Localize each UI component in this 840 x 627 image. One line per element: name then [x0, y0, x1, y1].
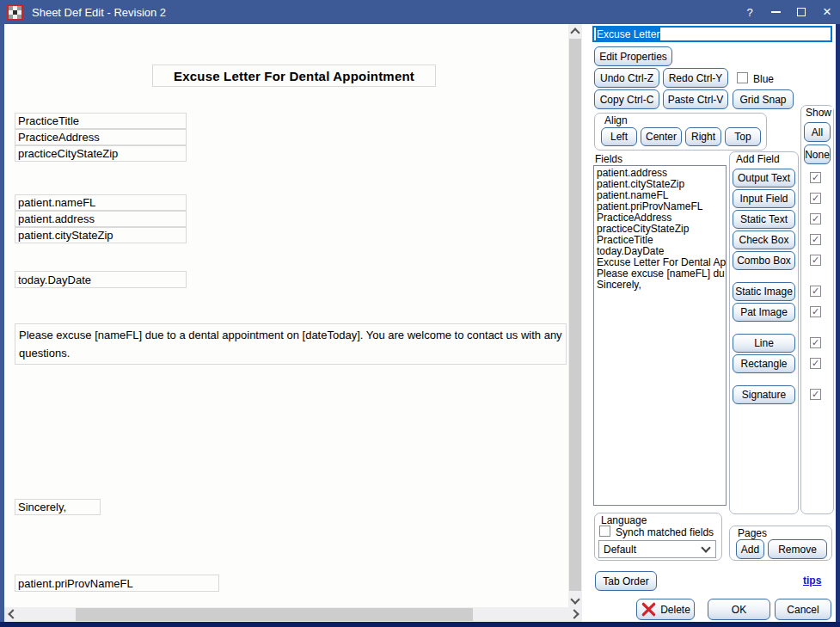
practice-city-state-zip-field[interactable]: practiceCityStateZip	[15, 145, 187, 162]
horizontal-scrollbar	[4, 607, 582, 622]
add-check-box-button[interactable]: Check Box	[733, 231, 795, 249]
align-right-button[interactable]: Right	[685, 127, 721, 146]
window-border-bottom	[0, 622, 840, 627]
fields-listbox[interactable]: patient.addresspatient.cityStateZippatie…	[593, 165, 727, 506]
cancel-button[interactable]: Cancel	[775, 599, 831, 620]
show-static-image-checkbox[interactable]: ✓	[810, 286, 821, 297]
sheet-title-field[interactable]: Excuse Letter For Dental Appointment	[152, 65, 436, 87]
check-icon: ✓	[812, 286, 819, 296]
show-input-field-checkbox[interactable]: ✓	[810, 193, 821, 204]
practice-title-field[interactable]: PracticeTitle	[15, 113, 187, 129]
blue-checkbox-label: Blue	[753, 73, 774, 85]
add-static-text-button[interactable]: Static Text	[733, 210, 795, 229]
undo-button[interactable]: Undo Ctrl-Z	[594, 68, 659, 88]
show-combo-box-checkbox[interactable]: ✓	[810, 255, 821, 266]
patient-city-state-zip-field[interactable]: patient.cityStateZip	[15, 227, 187, 243]
add-line-button[interactable]: Line	[733, 334, 795, 353]
show-group-label: Show	[804, 107, 833, 119]
check-icon: ✓	[812, 338, 819, 347]
titlebar: Sheet Def Edit - Revision 2 ? ×	[0, 0, 840, 24]
delete-x-icon	[641, 601, 657, 618]
check-icon: ✓	[812, 307, 819, 317]
app-icon	[7, 4, 23, 21]
grid-snap-button[interactable]: Grid Snap	[733, 89, 794, 109]
show-pat-image-checkbox[interactable]: ✓	[810, 306, 821, 317]
show-output-text-checkbox[interactable]: ✓	[810, 172, 821, 183]
maximize-icon[interactable]	[788, 0, 814, 24]
show-check-box-checkbox[interactable]: ✓	[810, 234, 821, 245]
window-border-right	[836, 24, 840, 622]
patient-pri-prov-name-fl-field[interactable]: patient.priProvNameFL	[15, 575, 219, 592]
sincerely-field[interactable]: Sincerely,	[15, 499, 101, 515]
ok-button[interactable]: OK	[708, 599, 770, 620]
add-pat-image-button[interactable]: Pat Image	[733, 303, 795, 322]
synch-matched-fields-label: Synch matched fields	[616, 526, 714, 538]
minimize-icon[interactable]	[763, 0, 788, 24]
delete-button-label: Delete	[660, 604, 690, 616]
help-icon[interactable]: ?	[737, 0, 763, 24]
show-line-checkbox[interactable]: ✓	[810, 337, 821, 348]
patient-name-fl-field[interactable]: patient.nameFL	[15, 194, 187, 211]
check-icon: ✓	[812, 235, 819, 244]
paste-button[interactable]: Paste Ctrl-V	[663, 89, 728, 109]
show-signature-checkbox[interactable]: ✓	[810, 389, 821, 400]
scroll-down-icon[interactable]	[568, 593, 582, 607]
check-icon: ✓	[812, 359, 819, 368]
body-paragraph-field[interactable]: Please excuse [nameFL] due to a dental a…	[15, 323, 567, 365]
language-group-label: Language	[599, 514, 648, 526]
check-icon: ✓	[812, 214, 819, 224]
close-icon[interactable]: ×	[814, 0, 840, 24]
today-day-date-field[interactable]: today.DayDate	[15, 271, 187, 288]
add-output-text-button[interactable]: Output Text	[733, 169, 795, 187]
redo-button[interactable]: Redo Ctrl-Y	[663, 68, 728, 88]
scroll-right-icon[interactable]	[568, 607, 582, 621]
canvas[interactable]: Excuse Letter For Dental AppointmentPrac…	[4, 24, 568, 607]
add-static-image-button[interactable]: Static Image	[733, 282, 795, 301]
show-none-button[interactable]: None	[804, 144, 831, 164]
fields-list-item[interactable]: Sincerely,	[594, 280, 726, 291]
align-center-button[interactable]: Center	[641, 127, 682, 146]
check-icon: ✓	[812, 194, 819, 203]
align-group-label: Align	[603, 114, 629, 126]
scroll-up-icon[interactable]	[568, 24, 582, 38]
sheet-def-edit-window: Sheet Def Edit - Revision 2 ? × Excuse L…	[0, 0, 840, 627]
control-panel: Excuse Letter Edit Properties Undo Ctrl-…	[589, 24, 836, 622]
chevron-down-icon	[701, 543, 710, 552]
show-rectangle-checkbox[interactable]: ✓	[810, 358, 821, 369]
page-add-button[interactable]: Add	[736, 539, 764, 559]
scroll-left-icon[interactable]	[4, 607, 18, 621]
add-combo-box-button[interactable]: Combo Box	[733, 251, 795, 270]
tips-link[interactable]: tips	[803, 575, 821, 587]
vertical-scrollbar	[568, 24, 582, 607]
page-remove-button[interactable]: Remove	[768, 539, 827, 559]
vertical-scrollbar-thumb[interactable]	[569, 39, 581, 591]
align-left-button[interactable]: Left	[601, 127, 637, 146]
pages-group-label: Pages	[736, 527, 769, 539]
show-all-button[interactable]: All	[804, 122, 831, 142]
language-selected-value: Default	[604, 544, 636, 556]
add-field-group-label: Add Field	[734, 153, 782, 165]
window-title: Sheet Def Edit - Revision 2	[32, 6, 166, 19]
align-top-button[interactable]: Top	[725, 127, 761, 146]
delete-button[interactable]: Delete	[636, 599, 695, 620]
fields-label: Fields	[595, 153, 622, 165]
add-input-field-button[interactable]: Input Field	[733, 189, 795, 208]
add-signature-button[interactable]: Signature	[733, 385, 795, 404]
check-icon: ✓	[812, 173, 819, 182]
check-icon: ✓	[812, 390, 819, 399]
patient-address-field[interactable]: patient.address	[15, 211, 187, 227]
add-rectangle-button[interactable]: Rectangle	[733, 354, 795, 373]
blue-checkbox[interactable]	[737, 72, 748, 83]
horizontal-scrollbar-thumb[interactable]	[76, 608, 473, 621]
synch-matched-fields-checkbox[interactable]	[599, 526, 610, 537]
practice-address-field[interactable]: PracticeAddress	[15, 129, 187, 145]
sheet-name-input[interactable]: Excuse Letter	[592, 26, 832, 42]
edit-properties-button[interactable]: Edit Properties	[594, 46, 672, 66]
copy-button[interactable]: Copy Ctrl-C	[594, 89, 659, 109]
show-static-text-checkbox[interactable]: ✓	[810, 213, 821, 224]
tab-order-button[interactable]: Tab Order	[595, 571, 657, 591]
language-select[interactable]: Default	[598, 540, 716, 558]
sheet-name-value: Excuse Letter	[596, 28, 660, 41]
check-icon: ✓	[812, 255, 819, 265]
